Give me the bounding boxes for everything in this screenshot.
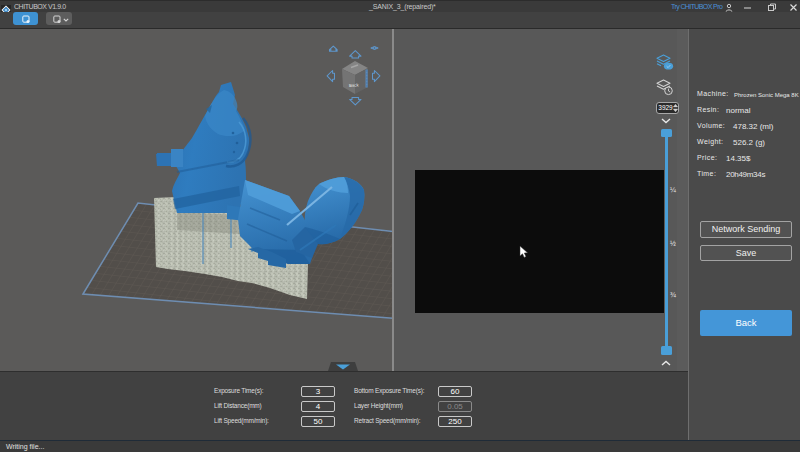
- svg-text:Back: Back: [349, 82, 360, 88]
